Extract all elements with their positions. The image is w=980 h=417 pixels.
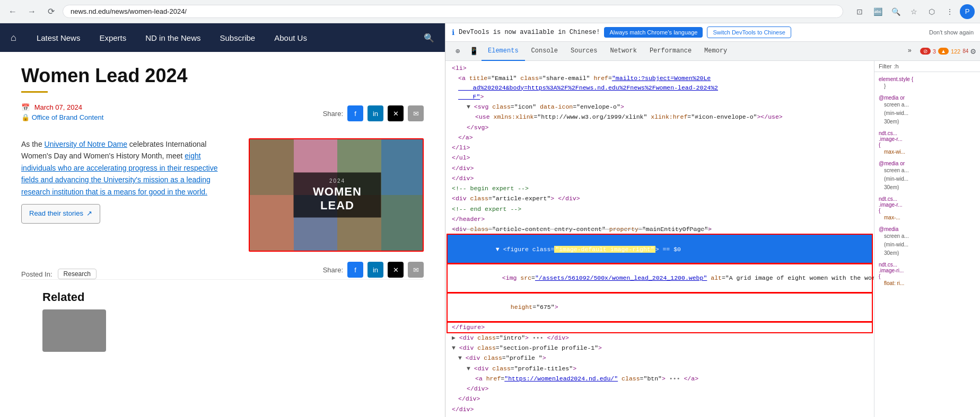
translate-icon[interactable]: 🔤 bbox=[870, 4, 886, 20]
warn-count: 122 bbox=[951, 48, 960, 55]
tree-line-a-close[interactable]: </a> bbox=[448, 132, 872, 143]
tree-line-figure[interactable]: ▼ <figure class="image-default image-rig… bbox=[448, 235, 872, 263]
tree-line-li[interactable]: <li> bbox=[448, 63, 872, 73]
html-tree: <li> <a title="Email" class="share-email… bbox=[445, 63, 874, 417]
external-link-icon: ↗ bbox=[86, 208, 92, 219]
style-rule-ndt3: ndt.cs... .image-ri... { float: ri... bbox=[879, 262, 976, 288]
match-language-button[interactable]: Always match Chrome's language bbox=[604, 27, 703, 38]
tree-line-div-close1[interactable]: </div> bbox=[448, 163, 872, 173]
tree-line-article-expert[interactable]: <div class="article-expert"> </div> bbox=[448, 193, 872, 203]
article-text: As the University of Notre Dame celebrat… bbox=[21, 138, 236, 252]
search-icon[interactable]: 🔍 bbox=[424, 33, 434, 43]
extensions-icon[interactable]: ⬡ bbox=[924, 4, 940, 20]
share-facebook-bottom[interactable]: f bbox=[347, 262, 363, 278]
tree-line-img-height[interactable]: height="675"> bbox=[448, 293, 872, 322]
tree-line-li-close[interactable]: </li> bbox=[448, 143, 872, 153]
browser-toolbar: ← → ⟳ news.nd.edu/news/women-lead-2024/ … bbox=[0, 0, 980, 23]
style-30em-2: 30em) bbox=[879, 183, 976, 192]
device-icon[interactable]: 📱 bbox=[466, 43, 482, 59]
share-x-bottom[interactable]: ✕ bbox=[388, 262, 404, 278]
tree-line-profile[interactable]: ▼ <div class="profile "> bbox=[448, 353, 872, 363]
style-rule-media3: @media screen a... (min-wid... 30em) bbox=[879, 226, 976, 258]
bookmark-icon[interactable]: ☆ bbox=[906, 4, 922, 20]
screen-cast-icon[interactable]: ⊡ bbox=[852, 4, 868, 20]
home-nav-icon[interactable]: ⌂ bbox=[11, 32, 16, 43]
tree-line-svg[interactable]: ▼ <svg class="icon" data-icon="envelope-… bbox=[448, 102, 872, 112]
posted-in: Posted In: Research bbox=[21, 269, 97, 279]
wl-title: WOMEN LEAD bbox=[303, 185, 372, 212]
style-selector-1: element.style { bbox=[879, 76, 976, 82]
share-bottom: Share: f in ✕ ✉ bbox=[323, 262, 424, 278]
style-screen-1: screen a... bbox=[879, 101, 976, 109]
filter-label: Filter bbox=[879, 63, 891, 69]
tree-line-use[interactable]: <use xmlns:xlink="http://www.w3.org/1999… bbox=[448, 112, 872, 122]
tree-line-final-close[interactable]: </div> bbox=[448, 414, 872, 417]
tree-line-comment-end[interactable]: <!-- end expert --> bbox=[448, 204, 872, 214]
share-linkedin-top[interactable]: in bbox=[368, 105, 383, 121]
tree-line-header-close[interactable]: </header> bbox=[448, 214, 872, 224]
tree-line-figure-close[interactable]: </figure> bbox=[448, 322, 872, 332]
share-facebook-top[interactable]: f bbox=[347, 105, 363, 121]
tree-line-svg-close[interactable]: </svg> bbox=[448, 122, 872, 132]
settings-icon[interactable]: ⚙ bbox=[970, 46, 976, 57]
nav-experts[interactable]: Experts bbox=[90, 23, 136, 52]
tree-line-img[interactable]: <img src="/assets/561092/500x/women_lead… bbox=[448, 264, 872, 292]
read-stories-button[interactable]: Read their stories ↗ bbox=[21, 204, 100, 224]
share-email-bottom[interactable]: ✉ bbox=[408, 262, 424, 278]
share-email-top[interactable]: ✉ bbox=[408, 105, 424, 121]
inspect-icon[interactable]: ⊕ bbox=[450, 43, 466, 59]
tab-console[interactable]: Console bbox=[525, 42, 564, 61]
tree-line-profile-section-close[interactable]: </div> bbox=[448, 404, 872, 414]
style-media-2: @media or bbox=[879, 161, 976, 166]
tree-line-div-close2[interactable]: </div> bbox=[448, 173, 872, 183]
address-bar[interactable]: news.nd.edu/news/women-lead-2024/ bbox=[63, 5, 843, 18]
error-count: 3 bbox=[933, 48, 936, 55]
date-link[interactable]: March 07, 2024 bbox=[34, 103, 82, 111]
tree-line-profile-titles-close[interactable]: </div> bbox=[448, 384, 872, 394]
more-tabs-button[interactable]: » bbox=[902, 42, 918, 61]
research-tag[interactable]: Research bbox=[58, 269, 97, 279]
tree-line-comment-begin[interactable]: <!-- begin expert --> bbox=[448, 183, 872, 193]
eight-individuals-link[interactable]: eight individuals who are accelerating p… bbox=[21, 152, 217, 196]
tree-line-intro[interactable]: ▶ <div class="intro"> ••• </div> bbox=[448, 333, 872, 343]
style-screen-2: screen a... bbox=[879, 166, 976, 175]
info-icon: ℹ bbox=[452, 28, 454, 37]
tree-line-profile-link[interactable]: <a href="https://womenlead2024.nd.edu/" … bbox=[448, 374, 872, 384]
switch-chinese-button[interactable]: Switch DevTools to Chinese bbox=[707, 26, 791, 38]
style-minwid-2: (min-wid... bbox=[879, 175, 976, 183]
profile-avatar[interactable]: P bbox=[960, 4, 975, 19]
tree-line-profile-close[interactable]: </div> bbox=[448, 394, 872, 404]
tab-sources[interactable]: Sources bbox=[564, 42, 603, 61]
title-underline bbox=[21, 91, 48, 93]
style-maxwi-2: max-... bbox=[879, 214, 976, 222]
article-footer: Posted In: Research Share: f in ✕ ✉ bbox=[21, 260, 424, 279]
tree-line-a-email[interactable]: <a title="Email" class="share-email" hre… bbox=[448, 73, 872, 102]
author-link[interactable]: Office of Brand Content bbox=[32, 113, 104, 121]
tab-network[interactable]: Network bbox=[603, 42, 643, 61]
dont-show-button[interactable]: Don't show again bbox=[929, 29, 974, 36]
zoom-icon[interactable]: 🔍 bbox=[888, 4, 904, 20]
nav-about-us[interactable]: About Us bbox=[265, 23, 317, 52]
back-button[interactable]: ← bbox=[5, 4, 20, 19]
more-options-icon[interactable]: ⋮ bbox=[942, 4, 958, 20]
refresh-button[interactable]: ⟳ bbox=[43, 4, 58, 19]
nav-latest-news[interactable]: Latest News bbox=[27, 23, 90, 52]
tree-line-ul-close[interactable]: </ul> bbox=[448, 153, 872, 163]
nav-subscribe[interactable]: Subscribe bbox=[210, 23, 265, 52]
article-paragraph: As the University of Notre Dame celebrat… bbox=[21, 138, 236, 198]
nav-nd-in-news[interactable]: ND in the News bbox=[136, 23, 210, 52]
tab-performance[interactable]: Performance bbox=[643, 42, 698, 61]
notre-dame-link[interactable]: University of Notre Dame bbox=[45, 140, 127, 148]
tree-line-profile-section[interactable]: ▼ <div class="section-profile profile-1"… bbox=[448, 343, 872, 353]
grid-cell-5 bbox=[250, 195, 294, 251]
tree-line-article-content[interactable]: <div class="article-content entry-conten… bbox=[448, 224, 872, 234]
forward-button[interactable]: → bbox=[24, 4, 39, 19]
tab-elements[interactable]: Elements bbox=[482, 42, 525, 61]
toolbar-icons: ⊡ 🔤 🔍 ☆ ⬡ ⋮ P bbox=[852, 4, 975, 20]
share-linkedin-bottom[interactable]: in bbox=[368, 262, 383, 278]
style-rule-media2: @media or screen a... (min-wid... 30em) bbox=[879, 161, 976, 192]
tab-memory[interactable]: Memory bbox=[698, 42, 733, 61]
tree-line-profile-titles[interactable]: ▼ <div class="profile-titles"> bbox=[448, 363, 872, 374]
style-minwid-3: (min-wid... bbox=[879, 241, 976, 249]
share-x-top[interactable]: ✕ bbox=[388, 105, 404, 121]
